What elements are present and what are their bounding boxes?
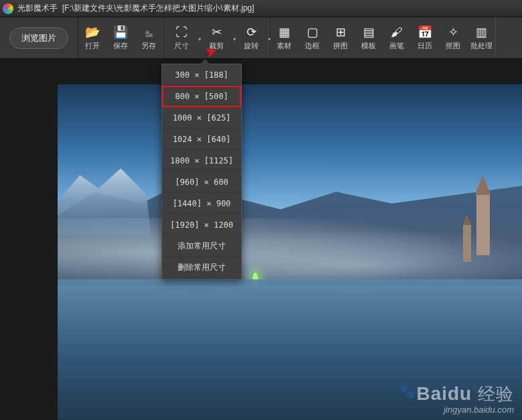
size-option[interactable]: [960] × 600 xyxy=(162,171,241,193)
size-option[interactable]: 300 × [188] xyxy=(162,64,241,86)
size-option[interactable]: 800 × [500] xyxy=(162,86,241,107)
image-canvas[interactable] xyxy=(58,84,522,420)
app-name: 光影魔术手 xyxy=(17,3,58,14)
rotate-button[interactable]: ⟳旋转▾ xyxy=(234,17,269,59)
template-button[interactable]: ▤模板 xyxy=(354,17,383,59)
resize-icon: ⛶ xyxy=(176,25,188,39)
watermark: 🐾Baidu 经验 jingyan.baidu.com xyxy=(399,384,514,415)
border-button[interactable]: ▢边框 xyxy=(298,17,326,59)
calendar-button[interactable]: 📅日历 xyxy=(411,17,439,59)
material-icon: ▦ xyxy=(279,25,290,39)
size-option[interactable]: 1024 × [640] xyxy=(162,129,241,150)
brush-button[interactable]: 🖌画笔 xyxy=(383,17,411,59)
saveas-button[interactable]: ⎁另存 xyxy=(135,17,163,59)
collage-icon: ⊞ xyxy=(336,25,346,39)
crop-icon: ✂ xyxy=(212,25,222,39)
app-icon xyxy=(3,3,13,14)
collage-button[interactable]: ⊞拼图 xyxy=(326,17,354,59)
delete-preset-size[interactable]: 删除常用尺寸 xyxy=(162,257,241,279)
crop-button[interactable]: ✂裁剪▾ xyxy=(199,17,234,59)
open-button[interactable]: 📂打开 xyxy=(78,17,107,59)
rotate-icon: ⟳ xyxy=(247,25,257,39)
cutout-button[interactable]: ✧抠图 xyxy=(439,17,467,59)
folder-open-icon: 📂 xyxy=(85,25,100,39)
save-button[interactable]: 💾保存 xyxy=(107,17,135,59)
preview-image xyxy=(58,84,522,420)
browse-images-button[interactable]: 浏览图片 xyxy=(9,27,68,49)
size-option[interactable]: [1440] × 900 xyxy=(162,193,241,214)
saveas-icon: ⎁ xyxy=(145,25,153,39)
border-icon: ▢ xyxy=(307,25,318,39)
add-preset-size[interactable]: 添加常用尺寸 xyxy=(162,236,241,257)
brush-icon: 🖌 xyxy=(391,25,403,39)
template-icon: ▤ xyxy=(363,25,375,39)
main-toolbar: 浏览图片 📂打开 💾保存 ⎁另存 ⛶尺寸▾ ✂裁剪▾ ⟳旋转▾ ▦素材 ▢边框 … xyxy=(0,17,522,59)
material-button[interactable]: ▦素材 xyxy=(270,17,298,59)
batch-icon: ▥ xyxy=(476,25,487,39)
size-dropdown-menu: 300 × [188] 800 × [500] 1000 × [625] 102… xyxy=(161,64,242,279)
size-button[interactable]: ⛶尺寸▾ xyxy=(164,17,199,59)
save-icon: 💾 xyxy=(113,25,128,39)
calendar-icon: 📅 xyxy=(417,25,432,39)
size-option[interactable]: 1000 × [625] xyxy=(162,107,241,129)
file-path: [F:\新建文件夹\光影魔术手怎样把大图片缩小\素材.jpg] xyxy=(62,3,255,14)
size-option[interactable]: 1800 × [1125] xyxy=(162,150,241,171)
size-option[interactable]: [1920] × 1200 xyxy=(162,214,241,236)
window-titlebar: 光影魔术手 [F:\新建文件夹\光影魔术手怎样把大图片缩小\素材.jpg] xyxy=(0,0,522,17)
cutout-icon: ✧ xyxy=(448,25,458,39)
batch-button[interactable]: ▥批处理 xyxy=(467,17,495,59)
